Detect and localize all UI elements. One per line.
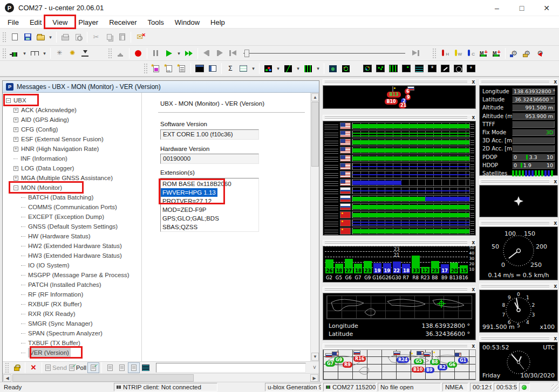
extension-item-protver-27-12[interactable]: PROTVER=27.12 [161, 197, 258, 205]
clock-panel[interactable]: 00:53:52 UTC Friday 10/30/2020 [479, 342, 558, 381]
dock-deviation-map-button[interactable] [374, 62, 387, 75]
menu-player[interactable]: Player [73, 17, 104, 28]
dock-grip[interactable]: x [323, 287, 476, 292]
dock-grip[interactable]: x [479, 179, 558, 184]
tree-item-ubx[interactable]: −UBX [3, 95, 141, 105]
playback-slider[interactable] [243, 49, 405, 58]
tree-item-hnr-high-navigation-rate[interactable]: +HNR (High Navigation Rate) [3, 144, 141, 154]
camera-view-button[interactable] [326, 62, 339, 75]
sky-view-button[interactable] [339, 62, 352, 75]
extension-item-mod-zed-f9p[interactable]: MOD=ZED-F9P [161, 205, 258, 214]
close-icon[interactable]: x [554, 178, 557, 184]
dock-clock-button[interactable] [452, 62, 465, 75]
connect-dropdown[interactable]: ▾ [21, 47, 28, 60]
pause-button[interactable] [149, 47, 162, 60]
tree-item-esf-external-sensor-fusion[interactable]: +ESF (External Sensor Fusion) [3, 134, 141, 144]
menu-window[interactable]: Window [169, 17, 205, 28]
dump-message-button[interactable] [116, 362, 128, 373]
expand-icon[interactable]: + [13, 166, 18, 171]
close-icon[interactable]: x [472, 343, 475, 349]
compass-panel[interactable] [479, 185, 558, 217]
statistics-view-button[interactable] [224, 62, 237, 75]
position-map-panel[interactable]: Longitude 138.63932800 ° Latitude 36.324… [323, 293, 476, 340]
chevron-down-icon[interactable]: ˅ [310, 365, 319, 370]
download-button[interactable] [79, 47, 92, 60]
add-logfile-marker-button[interactable] [477, 47, 490, 60]
menu-file[interactable]: File [2, 17, 24, 28]
step-forward-button[interactable] [213, 47, 226, 60]
hardware-version-field[interactable]: 00190000 [160, 154, 259, 164]
tree-item-txbuf-tx-buffer[interactable]: TXBUF (TX Buffer) [3, 338, 141, 348]
play-button[interactable] [162, 47, 175, 60]
skip-start-button[interactable] [226, 47, 239, 60]
close-icon[interactable]: x [554, 335, 557, 341]
signal-history-panel[interactable] [323, 121, 476, 236]
histogram-view-button[interactable] [302, 62, 315, 75]
maximize-button[interactable]: □ [509, 0, 534, 16]
close-icon[interactable]: x [472, 286, 475, 292]
tree-item-span-spectrum-analyzer[interactable]: SPAN (Spectrum Analyzer) [3, 328, 141, 338]
tree-item-cfg-config[interactable]: +CFG (Config) [3, 125, 141, 134]
menu-edit[interactable]: Edit [24, 17, 47, 28]
dock-grip[interactable]: x [479, 221, 558, 226]
chart-view-button[interactable] [282, 62, 295, 75]
cut-button[interactable] [90, 31, 103, 44]
dock-altimeter-button[interactable] [465, 62, 478, 75]
tree-item-ack-acknowledge[interactable]: +ACK (Acknowledge) [3, 105, 141, 115]
open-button[interactable] [34, 31, 47, 44]
dock-window-button[interactable] [193, 62, 206, 75]
extensions-list[interactable]: ROM BASE 0x118B2060FWVER=HPG 1.13PROTVER… [160, 178, 259, 232]
toolbar-grip[interactable] [5, 362, 9, 373]
tree-item-batch-data-batching[interactable]: BATCH (Data Batching) [3, 192, 141, 202]
expand-icon[interactable]: + [13, 108, 18, 113]
tree-item-comms-communication-ports[interactable]: COMMS (Communication Ports) [3, 202, 141, 212]
tree-item-hw-hardware-status[interactable]: HW (Hardware Status) [3, 231, 141, 241]
clear-button[interactable] [28, 362, 39, 373]
cold-start-button[interactable] [464, 47, 477, 60]
skip-end-button[interactable] [410, 47, 422, 60]
extension-item-rom-base-0x118b2060[interactable]: ROM BASE 0x118B2060 [161, 180, 258, 188]
autobaud-button[interactable] [53, 47, 66, 60]
close-button[interactable]: ✕ [534, 0, 559, 16]
toolbar-grip[interactable] [144, 63, 148, 74]
tree-item-mon-monitor[interactable]: −MON (Monitor) [3, 183, 141, 192]
close-icon[interactable]: x [554, 283, 557, 289]
print-preview-button[interactable] [72, 31, 85, 44]
software-version-field[interactable]: EXT CORE 1.00 (f10c36) [160, 129, 259, 140]
tree-scrollbar[interactable]: ▲ ▼ [310, 93, 319, 361]
data-view-panel[interactable]: Longitude138.63932800 °Latitude36.324366… [479, 85, 558, 176]
scrollbar-thumb[interactable] [12, 374, 194, 382]
expand-icon[interactable]: + [13, 176, 18, 181]
send-button[interactable]: Send [44, 362, 68, 373]
messages-hscrollbar[interactable]: ◀ ▶ [3, 373, 319, 382]
print-button[interactable] [59, 31, 72, 44]
dock-grip[interactable]: x [323, 79, 476, 85]
paste-button[interactable] [115, 31, 128, 44]
poll-button[interactable]: Poll [68, 362, 87, 373]
scroll-up-icon[interactable]: ▲ [311, 93, 319, 101]
step-back-button[interactable] [200, 47, 213, 60]
baud-dropdown[interactable]: ▾ [41, 47, 48, 60]
tree-item-gnss-default-system-settings[interactable]: GNSS (Default System Settings) [3, 222, 141, 231]
message-filter-input[interactable] [156, 363, 306, 373]
hex-view-button[interactable] [128, 362, 140, 373]
close-icon[interactable]: x [554, 79, 557, 85]
dock-grip[interactable]: x [479, 336, 558, 341]
tree-item-rxr-rx-ready[interactable]: RXR (RX Ready) [3, 309, 141, 319]
tree-item-smgr-sync-manager[interactable]: SMGR (Sync Manager) [3, 319, 141, 328]
histogram-dropdown[interactable]: ▾ [315, 62, 322, 75]
tree-item-except-exception-dump[interactable]: EXCEPT (Exception Dump) [3, 212, 141, 222]
collapse-icon[interactable]: − [13, 185, 18, 190]
new-file-button[interactable] [8, 31, 21, 44]
tree-item-rf-rf-information[interactable]: RF (RF Information) [3, 290, 141, 299]
fast-forward-button[interactable] [182, 47, 195, 60]
expand-icon[interactable]: + [13, 118, 18, 122]
dock-grip[interactable]: x [479, 79, 558, 85]
eject-button[interactable] [114, 47, 127, 60]
expand-icon[interactable]: + [13, 127, 18, 132]
lock-button[interactable] [11, 362, 23, 373]
menu-view[interactable]: View [47, 17, 73, 28]
collapse-icon[interactable]: − [6, 98, 11, 103]
hot-start-button[interactable] [438, 47, 451, 60]
dock-compass-button[interactable] [426, 62, 439, 75]
